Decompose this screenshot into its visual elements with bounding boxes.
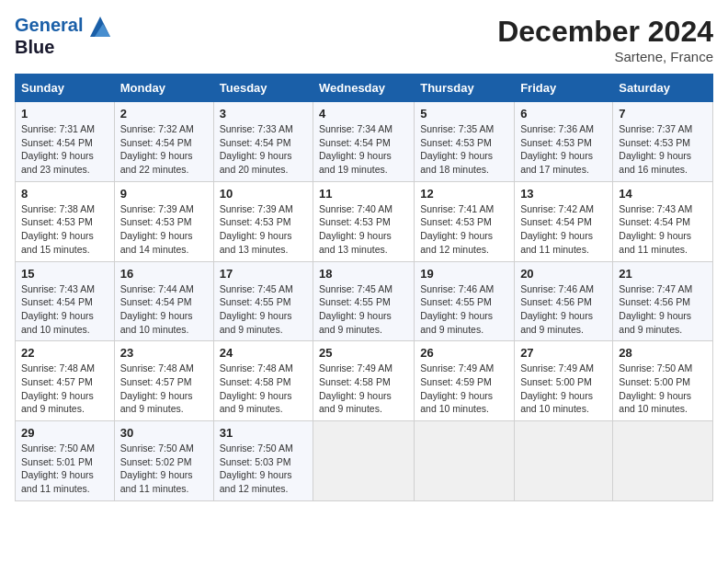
calendar-cell: 8 Sunrise: 7:38 AM Sunset: 4:53 PM Dayli… [16, 181, 115, 261]
day-info: Sunrise: 7:31 AM Sunset: 4:54 PM Dayligh… [21, 122, 108, 177]
day-number: 26 [420, 346, 508, 360]
calendar-week-4: 22 Sunrise: 7:48 AM Sunset: 4:57 PM Dayl… [16, 341, 713, 421]
day-info: Sunrise: 7:50 AM Sunset: 5:00 PM Dayligh… [619, 362, 707, 416]
day-number: 6 [520, 107, 607, 121]
calendar-cell: 23 Sunrise: 7:48 AM Sunset: 4:57 PM Dayl… [114, 341, 213, 421]
day-number: 9 [120, 187, 208, 201]
col-header-thursday: Thursday [415, 75, 515, 102]
calendar-cell: 27 Sunrise: 7:49 AM Sunset: 5:00 PM Dayl… [515, 341, 613, 421]
day-number: 24 [220, 346, 307, 360]
calendar-week-1: 1 Sunrise: 7:31 AM Sunset: 4:54 PM Dayli… [16, 102, 713, 182]
calendar-cell: 7 Sunrise: 7:37 AM Sunset: 4:53 PM Dayli… [613, 102, 713, 182]
col-header-sunday: Sunday [16, 75, 115, 102]
calendar-cell: 13 Sunrise: 7:42 AM Sunset: 4:54 PM Dayl… [515, 181, 613, 261]
calendar-cell: 16 Sunrise: 7:44 AM Sunset: 4:54 PM Dayl… [114, 261, 213, 341]
calendar-cell: 14 Sunrise: 7:43 AM Sunset: 4:54 PM Dayl… [613, 181, 713, 261]
logo-blue: Blue [15, 37, 110, 57]
day-info: Sunrise: 7:45 AM Sunset: 4:55 PM Dayligh… [319, 282, 408, 337]
day-number: 12 [420, 187, 508, 201]
calendar-cell [313, 421, 415, 501]
day-info: Sunrise: 7:33 AM Sunset: 4:54 PM Dayligh… [220, 122, 307, 177]
day-info: Sunrise: 7:42 AM Sunset: 4:54 PM Dayligh… [520, 202, 607, 257]
day-info: Sunrise: 7:46 AM Sunset: 4:55 PM Dayligh… [420, 282, 508, 337]
day-number: 4 [319, 107, 408, 121]
calendar-header-row: SundayMondayTuesdayWednesdayThursdayFrid… [16, 75, 713, 102]
calendar-cell [515, 421, 613, 501]
day-info: Sunrise: 7:49 AM Sunset: 4:58 PM Dayligh… [319, 362, 408, 416]
calendar-cell: 11 Sunrise: 7:40 AM Sunset: 4:53 PM Dayl… [313, 181, 415, 261]
calendar-cell: 6 Sunrise: 7:36 AM Sunset: 4:53 PM Dayli… [515, 102, 613, 182]
location: Sartene, France [497, 49, 713, 64]
calendar-cell: 28 Sunrise: 7:50 AM Sunset: 5:00 PM Dayl… [613, 341, 713, 421]
col-header-tuesday: Tuesday [213, 75, 313, 102]
col-header-wednesday: Wednesday [313, 75, 415, 102]
calendar-cell: 18 Sunrise: 7:45 AM Sunset: 4:55 PM Dayl… [313, 261, 415, 341]
page-header: General Blue December 2024 Sartene, Fran… [15, 15, 713, 64]
day-info: Sunrise: 7:32 AM Sunset: 4:54 PM Dayligh… [120, 122, 208, 177]
day-info: Sunrise: 7:41 AM Sunset: 4:53 PM Dayligh… [420, 202, 508, 257]
day-info: Sunrise: 7:45 AM Sunset: 4:55 PM Dayligh… [220, 282, 307, 337]
day-info: Sunrise: 7:48 AM Sunset: 4:57 PM Dayligh… [21, 362, 108, 416]
day-number: 16 [120, 267, 208, 281]
day-number: 17 [220, 267, 307, 281]
day-number: 5 [420, 107, 508, 121]
logo: General Blue [15, 15, 110, 57]
day-number: 20 [520, 267, 607, 281]
day-info: Sunrise: 7:49 AM Sunset: 5:00 PM Dayligh… [520, 362, 607, 416]
day-info: Sunrise: 7:50 AM Sunset: 5:01 PM Dayligh… [21, 442, 108, 496]
day-number: 8 [21, 187, 108, 201]
month-title: December 2024 [497, 15, 713, 49]
day-info: Sunrise: 7:49 AM Sunset: 4:59 PM Dayligh… [420, 362, 508, 416]
logo-text: General [15, 15, 110, 37]
logo-icon [90, 17, 110, 37]
day-number: 23 [120, 346, 208, 360]
calendar-table: SundayMondayTuesdayWednesdayThursdayFrid… [15, 74, 713, 501]
day-info: Sunrise: 7:35 AM Sunset: 4:53 PM Dayligh… [420, 122, 508, 177]
calendar-cell: 3 Sunrise: 7:33 AM Sunset: 4:54 PM Dayli… [213, 102, 313, 182]
calendar-cell: 26 Sunrise: 7:49 AM Sunset: 4:59 PM Dayl… [415, 341, 515, 421]
day-info: Sunrise: 7:46 AM Sunset: 4:56 PM Dayligh… [520, 282, 607, 337]
calendar-cell: 4 Sunrise: 7:34 AM Sunset: 4:54 PM Dayli… [313, 102, 415, 182]
col-header-monday: Monday [114, 75, 213, 102]
calendar-cell: 24 Sunrise: 7:48 AM Sunset: 4:58 PM Dayl… [213, 341, 313, 421]
day-number: 7 [619, 107, 707, 121]
day-number: 13 [520, 187, 607, 201]
calendar-cell: 25 Sunrise: 7:49 AM Sunset: 4:58 PM Dayl… [313, 341, 415, 421]
calendar-cell: 2 Sunrise: 7:32 AM Sunset: 4:54 PM Dayli… [114, 102, 213, 182]
day-number: 25 [319, 346, 408, 360]
day-info: Sunrise: 7:50 AM Sunset: 5:02 PM Dayligh… [120, 442, 208, 496]
day-number: 29 [21, 426, 108, 440]
calendar-cell: 20 Sunrise: 7:46 AM Sunset: 4:56 PM Dayl… [515, 261, 613, 341]
day-number: 3 [220, 107, 307, 121]
day-info: Sunrise: 7:34 AM Sunset: 4:54 PM Dayligh… [319, 122, 408, 177]
calendar-week-5: 29 Sunrise: 7:50 AM Sunset: 5:01 PM Dayl… [16, 421, 713, 501]
day-info: Sunrise: 7:50 AM Sunset: 5:03 PM Dayligh… [220, 442, 307, 496]
title-block: December 2024 Sartene, France [497, 15, 713, 64]
calendar-cell: 30 Sunrise: 7:50 AM Sunset: 5:02 PM Dayl… [114, 421, 213, 501]
day-number: 28 [619, 346, 707, 360]
day-info: Sunrise: 7:40 AM Sunset: 4:53 PM Dayligh… [319, 202, 408, 257]
day-info: Sunrise: 7:36 AM Sunset: 4:53 PM Dayligh… [520, 122, 607, 177]
calendar-cell: 22 Sunrise: 7:48 AM Sunset: 4:57 PM Dayl… [16, 341, 115, 421]
day-info: Sunrise: 7:44 AM Sunset: 4:54 PM Dayligh… [120, 282, 208, 337]
calendar-cell [415, 421, 515, 501]
calendar-cell: 19 Sunrise: 7:46 AM Sunset: 4:55 PM Dayl… [415, 261, 515, 341]
col-header-friday: Friday [515, 75, 613, 102]
day-info: Sunrise: 7:48 AM Sunset: 4:57 PM Dayligh… [120, 362, 208, 416]
day-number: 21 [619, 267, 707, 281]
day-info: Sunrise: 7:43 AM Sunset: 4:54 PM Dayligh… [619, 202, 707, 257]
day-number: 19 [420, 267, 508, 281]
day-number: 15 [21, 267, 108, 281]
day-number: 18 [319, 267, 408, 281]
day-number: 31 [220, 426, 307, 440]
day-info: Sunrise: 7:43 AM Sunset: 4:54 PM Dayligh… [21, 282, 108, 337]
calendar-cell: 10 Sunrise: 7:39 AM Sunset: 4:53 PM Dayl… [213, 181, 313, 261]
day-number: 14 [619, 187, 707, 201]
day-number: 1 [21, 107, 108, 121]
calendar-cell: 12 Sunrise: 7:41 AM Sunset: 4:53 PM Dayl… [415, 181, 515, 261]
calendar-cell: 21 Sunrise: 7:47 AM Sunset: 4:56 PM Dayl… [613, 261, 713, 341]
calendar-cell [613, 421, 713, 501]
day-number: 2 [120, 107, 208, 121]
calendar-week-3: 15 Sunrise: 7:43 AM Sunset: 4:54 PM Dayl… [16, 261, 713, 341]
day-number: 10 [220, 187, 307, 201]
